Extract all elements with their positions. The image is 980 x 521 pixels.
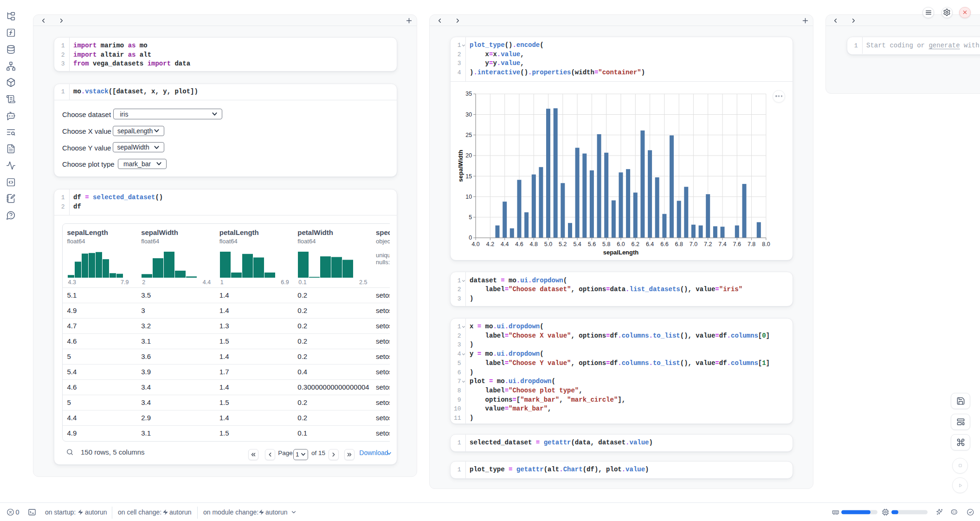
svg-text:4.8: 4.8 <box>529 241 537 247</box>
svg-text:10: 10 <box>465 194 472 200</box>
svg-text:7.4: 7.4 <box>718 241 726 247</box>
svg-text:5.6: 5.6 <box>587 241 595 247</box>
svg-text:5.2: 5.2 <box>559 241 567 247</box>
svg-text:5: 5 <box>469 214 472 221</box>
svg-text:7.6: 7.6 <box>733 241 741 247</box>
svg-text:7.8: 7.8 <box>747 241 755 247</box>
svg-text:0: 0 <box>469 234 472 241</box>
svg-text:7.0: 7.0 <box>689 241 697 247</box>
svg-text:6.4: 6.4 <box>645 241 653 247</box>
svg-text:6.8: 6.8 <box>675 241 683 247</box>
svg-text:sepalLength: sepalLength <box>603 249 638 256</box>
svg-text:5.8: 5.8 <box>602 241 610 247</box>
svg-text:4.6: 4.6 <box>515 241 523 247</box>
svg-text:6.0: 6.0 <box>617 241 625 247</box>
svg-text:20: 20 <box>465 152 472 159</box>
svg-text:6.6: 6.6 <box>660 241 668 247</box>
svg-text:4.4: 4.4 <box>501 241 509 247</box>
svg-text:8.0: 8.0 <box>762 241 770 247</box>
svg-text:5.4: 5.4 <box>573 241 581 247</box>
svg-text:25: 25 <box>465 132 472 138</box>
svg-text:15: 15 <box>465 173 472 180</box>
svg-text:4.0: 4.0 <box>471 241 479 247</box>
svg-text:5.0: 5.0 <box>544 241 552 247</box>
svg-text:30: 30 <box>465 111 472 118</box>
svg-text:7.2: 7.2 <box>704 241 712 247</box>
svg-text:sepalWidth: sepalWidth <box>457 150 464 182</box>
svg-text:35: 35 <box>465 91 472 97</box>
svg-text:6.2: 6.2 <box>631 241 639 247</box>
svg-text:4.2: 4.2 <box>486 241 494 247</box>
